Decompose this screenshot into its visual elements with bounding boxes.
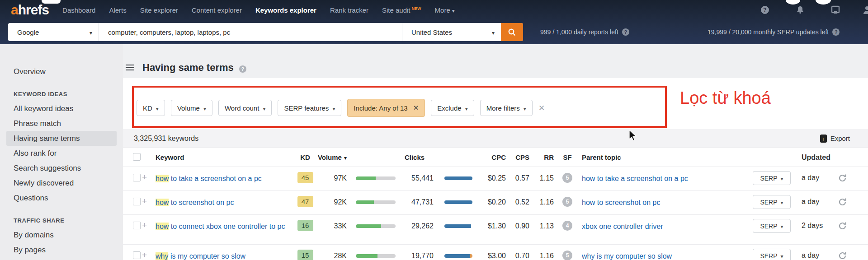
nav-item-more[interactable]: More <box>435 6 455 14</box>
sidebar-item-by-domains[interactable]: By domains <box>6 228 117 242</box>
notifications-bell-icon[interactable] <box>796 5 805 14</box>
cpc-value: $3.00 <box>472 251 506 260</box>
sidebar-item-phrase-match[interactable]: Phrase match <box>6 116 117 131</box>
serp-features-badge[interactable]: 5 <box>562 197 572 207</box>
col-cpc[interactable]: CPC <box>472 153 506 161</box>
nav-item-alerts[interactable]: Alerts <box>109 6 126 14</box>
cps-value: 0.52 <box>506 198 529 206</box>
nav-item-content-explorer[interactable]: Content explorer <box>192 6 242 14</box>
results-bar: 3,325,931 keywords Export <box>123 129 868 148</box>
col-volume[interactable]: Volume <box>317 153 347 161</box>
cpc-value: $0.25 <box>472 174 506 182</box>
keyword-link[interactable]: how to take a screenshot on a pc <box>156 175 262 182</box>
parent-topic-link[interactable]: why is my computer so slow <box>582 252 672 260</box>
cps-value: 0.90 <box>506 222 529 230</box>
parent-topic-link[interactable]: how to screenshot on pc <box>582 199 660 206</box>
add-to-list-icon[interactable]: + <box>142 222 156 229</box>
col-kd[interactable]: KD <box>293 153 317 161</box>
filter-volume[interactable]: Volume <box>171 100 212 116</box>
parent-topic-link[interactable]: how to take a screenshot on a pc <box>582 175 688 182</box>
row-checkbox[interactable] <box>133 251 141 259</box>
add-to-list-icon[interactable]: + <box>142 174 156 181</box>
chevron-down-icon <box>781 199 783 206</box>
info-icon[interactable] <box>832 28 840 36</box>
sidebar-section-title: TRAFFIC SHARE <box>14 217 109 224</box>
serp-button[interactable]: SERP <box>753 219 791 233</box>
sidebar-section-title: KEYWORD IDEAS <box>14 91 109 98</box>
nav-item-site-audit[interactable]: Site auditNEW <box>382 6 421 14</box>
sidebar-item-search-suggestions[interactable]: Search suggestions <box>6 161 117 176</box>
sidebar-item-by-pages[interactable]: By pages <box>6 242 117 257</box>
add-to-list-icon[interactable]: + <box>142 198 156 205</box>
menu-icon[interactable] <box>126 63 134 72</box>
serp-button[interactable]: SERP <box>753 171 791 185</box>
refresh-icon[interactable] <box>833 198 851 206</box>
nav-item-keywords-explorer[interactable]: Keywords explorer <box>255 6 316 14</box>
col-clicks[interactable]: Clicks <box>396 153 434 161</box>
row-checkbox[interactable] <box>133 174 141 181</box>
cps-value: 0.57 <box>506 174 529 182</box>
nav-item-dashboard[interactable]: Dashboard <box>62 6 95 14</box>
volume-value: 28K <box>317 251 347 260</box>
info-icon[interactable] <box>239 65 246 73</box>
feedback-icon[interactable] <box>831 5 840 14</box>
clicks-bar <box>444 176 472 180</box>
keyword-link[interactable]: how to screenshot on pc <box>156 199 234 206</box>
row-checkbox[interactable] <box>133 222 141 229</box>
col-cps[interactable]: CPS <box>506 153 529 161</box>
cpc-value: $1.30 <box>472 222 506 230</box>
serp-features-badge[interactable]: 5 <box>562 251 572 260</box>
sidebar-item-all-keyword-ideas[interactable]: All keyword ideas <box>6 101 117 116</box>
filter-word-count[interactable]: Word count <box>218 100 272 116</box>
col-keyword[interactable]: Keyword <box>156 153 293 161</box>
add-to-list-icon[interactable]: + <box>142 251 156 259</box>
clicks-value: 29,262 <box>396 222 434 230</box>
sidebar-item-having-same-terms[interactable]: Having same terms <box>6 131 117 146</box>
export-button[interactable]: Export <box>820 135 850 143</box>
refresh-icon[interactable] <box>833 251 851 260</box>
col-parent-topic[interactable]: Parent topic <box>582 153 745 161</box>
profile-icon[interactable] <box>863 5 868 14</box>
parent-topic-link[interactable]: xbox one controller driver <box>582 223 663 230</box>
nav-item-rank-tracker[interactable]: Rank tracker <box>330 6 368 14</box>
serp-button[interactable]: SERP <box>753 249 791 260</box>
filter-serp-features[interactable]: SERP features <box>278 100 341 116</box>
serp-button[interactable]: SERP <box>753 195 791 209</box>
filter-kd[interactable]: KD <box>137 100 165 116</box>
serp-features-badge[interactable]: 4 <box>562 221 572 231</box>
kd-badge: 47 <box>297 196 313 207</box>
sidebar-item-questions[interactable]: Questions <box>6 190 117 205</box>
remove-filter-icon[interactable] <box>413 104 419 112</box>
ahrefs-logo[interactable]: ahrefs <box>11 2 49 18</box>
search-engine-select[interactable]: Google <box>8 23 99 41</box>
updated-value: a day <box>802 198 833 206</box>
select-all-checkbox[interactable] <box>133 153 141 161</box>
keyword-query-input[interactable]: computer, computers, laptop, laptops, pc <box>99 23 402 41</box>
clear-all-filters-icon[interactable] <box>538 103 545 113</box>
serp-updates-quota: 19,999 / 20,000 monthly SERP updates lef… <box>708 20 840 44</box>
serp-features-badge[interactable]: 5 <box>562 173 572 183</box>
keyword-link[interactable]: why is my computer so slow <box>156 252 245 260</box>
sidebar-item-overview[interactable]: Overview <box>6 64 117 79</box>
sidebar-item-newly-discovered[interactable]: Newly discovered <box>6 176 117 190</box>
include-filter-chip[interactable]: Include: Any of 13 <box>347 99 425 117</box>
sort-desc-icon <box>344 153 347 161</box>
sidebar-item-also-rank-for[interactable]: Also rank for <box>6 146 117 161</box>
help-icon[interactable]: ? <box>760 5 769 14</box>
nav-item-site-explorer[interactable]: Site explorer <box>140 6 178 14</box>
filter-exclude[interactable]: Exclude <box>431 100 474 116</box>
col-rr[interactable]: RR <box>529 153 554 161</box>
keyword-link[interactable]: how to connect xbox one controller to pc <box>156 223 285 230</box>
filter-more-filters[interactable]: More filters <box>480 100 533 116</box>
volume-bar <box>356 254 396 258</box>
refresh-icon[interactable] <box>833 174 851 182</box>
kd-badge: 15 <box>297 250 313 260</box>
refresh-icon[interactable] <box>833 222 851 230</box>
col-updated[interactable]: Updated <box>802 153 833 162</box>
col-sf[interactable]: SF <box>557 153 577 161</box>
info-icon[interactable] <box>622 28 629 36</box>
search-button[interactable] <box>501 23 523 41</box>
country-select[interactable]: United States <box>402 23 501 41</box>
row-checkbox[interactable] <box>133 198 141 205</box>
rr-value: 1.13 <box>529 222 554 230</box>
